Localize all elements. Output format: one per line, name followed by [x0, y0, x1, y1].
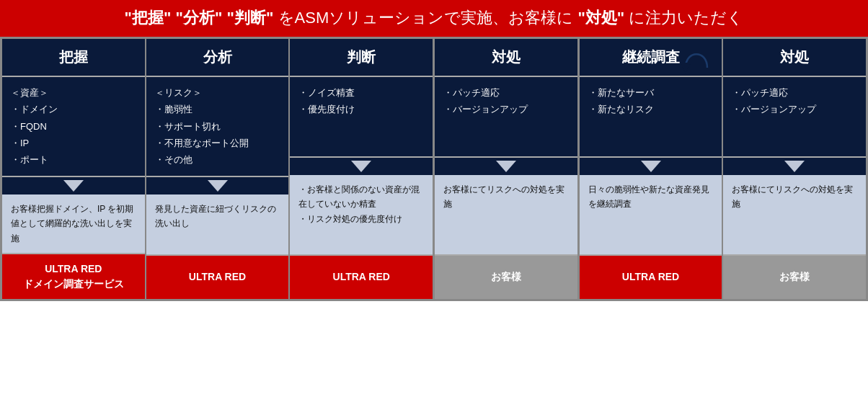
- col6-info-bottom: お客様にてリスクへの対処を実施: [723, 175, 866, 256]
- col4-info-top: ・パッチ適応 ・バージョンアップ: [435, 77, 577, 158]
- col6-header: 対処: [723, 39, 866, 77]
- col5-header: 継続調査: [580, 39, 722, 76]
- arrow-down-icon5: [641, 161, 661, 172]
- col-keizoku: 継続調査 ・新たなサーバ ・新たなリスク: [580, 39, 724, 299]
- col5-info-top: ・新たなサーバ ・新たなリスク: [580, 76, 722, 158]
- arrow-down-icon3: [351, 161, 371, 172]
- col1-header: 把握: [2, 39, 145, 77]
- col3-arrow: [290, 158, 433, 175]
- col5-arrow: [580, 158, 722, 175]
- em2: "分析": [176, 9, 223, 27]
- col5-footer: ULTRA RED: [580, 256, 722, 299]
- col4-footer: お客様: [435, 256, 577, 299]
- col3-header: 判断: [290, 39, 433, 77]
- col2-arrow: [146, 177, 289, 194]
- em3: "判断": [227, 9, 274, 27]
- col6-footer: お客様: [723, 256, 866, 299]
- col2-info-bottom: 発見した資産に紐づくリスクの洗い出し: [146, 194, 289, 256]
- col3-footer: ULTRA RED: [290, 256, 433, 299]
- col1-info-bottom: お客様把握ドメイン、IP を初期値として網羅的な洗い出しを実施: [2, 194, 145, 254]
- curved-arrow-icon: [678, 43, 714, 71]
- arrow-down-icon2: [208, 180, 228, 192]
- col5-info-bottom: 日々の脆弱性や新たな資産発見を継続調査: [580, 175, 722, 256]
- top-banner: "把握" "分析" "判断" をASMソリューションで実施、お客様に "対処" …: [0, 0, 868, 37]
- col4-info-bottom: お客様にてリスクへの対処を実施: [435, 175, 577, 256]
- col4-header: 対処: [435, 39, 577, 77]
- col6-arrow: [723, 158, 866, 175]
- curved-arrow-container: 継続調査: [580, 39, 722, 76]
- em1: "把握": [125, 9, 172, 27]
- col6-info-top: ・パッチ適応 ・バージョンアップ: [723, 77, 866, 158]
- col1-info-top: ＜資産＞ ・ドメイン ・FQDN ・IP ・ポート: [2, 77, 145, 177]
- col-taisho1: 対処 ・パッチ適応 ・バージョンアップ お客様にてリスクへの対処を実施 お客様: [435, 39, 580, 299]
- col1-arrow: [2, 177, 145, 194]
- banner-text: "把握" "分析" "判断" をASMソリューションで実施、お客様に "対処" …: [125, 9, 744, 27]
- col-hakuaku: 把握 ＜資産＞ ・ドメイン ・FQDN ・IP ・ポート お客様把握ドメイン、I…: [2, 39, 146, 299]
- main-content: 把握 ＜資産＞ ・ドメイン ・FQDN ・IP ・ポート お客様把握ドメイン、I…: [0, 37, 868, 301]
- col-handan: 判断 ・ノイズ精査 ・優先度付け ・お客様と関係のない資産が混在していないか精査…: [290, 39, 435, 299]
- col2-header: 分析: [146, 39, 289, 77]
- col-taisho2: 対処 ・パッチ適応 ・バージョンアップ お客様にてリスクへの対処を実施 お客様: [723, 39, 866, 299]
- col2-footer: ULTRA RED: [146, 256, 289, 299]
- col2-info-top: ＜リスク＞ ・脆弱性 ・サポート切れ ・不用意なポート公開 ・その他: [146, 77, 289, 177]
- col3-info-bottom: ・お客様と関係のない資産が混在していないか精査 ・リスク対処の優先度付け: [290, 175, 433, 256]
- arrow-down-icon: [63, 180, 84, 192]
- col1-footer: ULTRA REDドメイン調査サービス: [2, 254, 145, 299]
- arrow-down-icon4: [496, 161, 516, 172]
- em4: "対処": [577, 9, 624, 27]
- columns-wrapper: 把握 ＜資産＞ ・ドメイン ・FQDN ・IP ・ポート お客様把握ドメイン、I…: [2, 39, 866, 299]
- arrow-down-icon6: [784, 161, 805, 172]
- col3-info-top: ・ノイズ精査 ・優先度付け: [290, 77, 433, 158]
- col-bunseki: 分析 ＜リスク＞ ・脆弱性 ・サポート切れ ・不用意なポート公開 ・その他 発見…: [146, 39, 291, 299]
- col4-arrow: [435, 158, 577, 175]
